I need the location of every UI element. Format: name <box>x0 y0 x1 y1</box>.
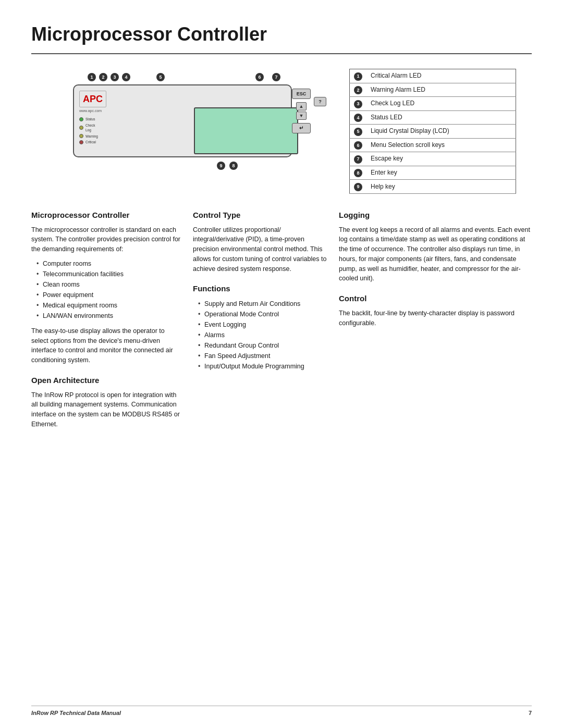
list-item: LAN/WAN environments <box>36 311 182 321</box>
heading-functions: Functions <box>193 283 328 294</box>
led-dot-status <box>79 117 83 121</box>
footer-title: InRow RP Technical Data Manual <box>31 709 121 718</box>
footer-page: 7 <box>529 709 532 718</box>
legend-row: 6 Menu Selection scroll keys <box>350 138 516 152</box>
heading-control: Control <box>339 293 532 304</box>
list-item: Telecommunication facilities <box>36 269 182 279</box>
body-microprocessor-1: The microprocessor controller is standar… <box>31 225 182 254</box>
legend-row: 9 Help key <box>350 180 516 194</box>
legend-label: Help key <box>366 180 516 194</box>
legend-label: Menu Selection scroll keys <box>366 138 516 152</box>
list-item: Operational Mode Control <box>198 309 328 319</box>
legend-label: Liquid Crystal Display (LCD) <box>366 125 516 139</box>
legend-num: 6 <box>350 138 367 152</box>
controller-box: APC www.apc.com Status CheckLog Warning <box>73 84 292 157</box>
body-microprocessor-2: The easy-to-use display allows the opera… <box>31 326 182 365</box>
led-warning: Warning <box>79 134 98 139</box>
body-control: The backlit, four-line by twenty-charact… <box>339 309 532 328</box>
legend-label: Warning Alarm LED <box>366 83 516 97</box>
apc-website: www.apc.com <box>79 108 102 114</box>
heading-control-type: Control Type <box>193 209 328 221</box>
label-1: 1 <box>88 73 96 81</box>
label-2: 2 <box>99 73 107 81</box>
page-title: Microprocessor Controller <box>31 21 532 54</box>
bullets-microprocessor: Computer roomsTelecommunication faciliti… <box>31 258 182 321</box>
heading-microprocessor: Microprocessor Controller <box>31 209 182 221</box>
down-arrow-key: ▼ <box>296 112 307 120</box>
led-check: CheckLog <box>79 123 95 133</box>
legend-num: 9 <box>350 180 367 194</box>
legend-row: 5 Liquid Crystal Display (LCD) <box>350 125 516 139</box>
up-arrow-key: ▲ <box>296 102 307 110</box>
col-left: Microprocessor Controller The microproce… <box>31 209 193 434</box>
list-item: Alarms <box>198 330 328 340</box>
led-dot-warning <box>79 134 83 138</box>
legend-row: 2 Warning Alarm LED <box>350 83 516 97</box>
led-status: Status <box>79 117 95 121</box>
led-dot-critical <box>79 140 83 144</box>
legend-num: 1 <box>350 69 367 83</box>
legend-num: 2 <box>350 83 367 97</box>
legend-num: 4 <box>350 110 367 125</box>
col-right: Logging The event log keeps a record of … <box>339 209 532 434</box>
legend-label: Escape key <box>366 152 516 166</box>
legend-label: Enter key <box>366 166 516 180</box>
body-open-arch: The InRow RP protocol is open for integr… <box>31 390 182 429</box>
heading-logging: Logging <box>339 209 532 221</box>
list-item: Clean rooms <box>36 279 182 290</box>
list-item: Supply and Return Air Conditions <box>198 299 328 309</box>
diagram-section: 1 2 3 4 5 6 7 APC www.apc.com Status Che… <box>31 69 532 194</box>
footer: InRow RP Technical Data Manual 7 <box>31 706 532 718</box>
col-mid: Control Type Controller utilizes proport… <box>193 209 339 434</box>
list-item: Fan Speed Adjustment <box>198 351 328 361</box>
bullets-functions: Supply and Return Air ConditionsOperatio… <box>193 299 328 372</box>
esc-key: ESC <box>292 89 311 99</box>
controller-diagram: 1 2 3 4 5 6 7 APC www.apc.com Status Che… <box>31 69 334 178</box>
legend-label: Critical Alarm LED <box>366 69 516 83</box>
enter-key-btn: ↵ <box>292 123 311 133</box>
label-3: 3 <box>111 73 119 81</box>
apc-logo: APC <box>79 91 106 107</box>
legend-num: 8 <box>350 166 367 180</box>
legend-row: 7 Escape key <box>350 152 516 166</box>
legend-row: 1 Critical Alarm LED <box>350 69 516 83</box>
list-item: Event Logging <box>198 319 328 330</box>
help-key-btn: ? <box>314 97 326 106</box>
label-4: 4 <box>122 73 130 81</box>
content-area: Microprocessor Controller The microproce… <box>31 209 532 434</box>
legend-label: Check Log LED <box>366 97 516 111</box>
label-8: 8 <box>229 162 238 170</box>
legend-label: Status LED <box>366 110 516 125</box>
legend-row: 8 Enter key <box>350 166 516 180</box>
label-6: 6 <box>255 73 264 81</box>
list-item: Computer rooms <box>36 258 182 269</box>
led-critical: Critical <box>79 140 96 144</box>
list-item: Redundant Group Control <box>198 340 328 351</box>
label-9: 9 <box>217 162 225 170</box>
label-5: 5 <box>156 73 165 81</box>
legend-table: 1 Critical Alarm LED 2 Warning Alarm LED… <box>349 69 516 194</box>
body-control-type: Controller utilizes proportional/ integr… <box>193 225 328 274</box>
lcd-screen <box>194 107 298 154</box>
label-7: 7 <box>272 73 280 81</box>
list-item: Medical equipment rooms <box>36 300 182 311</box>
legend-row: 4 Status LED <box>350 110 516 125</box>
body-logging: The event log keeps a record of all alar… <box>339 225 532 284</box>
list-item: Power equipment <box>36 290 182 300</box>
led-dot-check <box>79 126 83 130</box>
legend-num: 7 <box>350 152 367 166</box>
legend-row: 3 Check Log LED <box>350 97 516 111</box>
heading-open-arch: Open Architecture <box>31 375 182 386</box>
list-item: Input/Output Module Programming <box>198 361 328 372</box>
legend-num: 5 <box>350 125 367 139</box>
legend-num: 3 <box>350 97 367 111</box>
